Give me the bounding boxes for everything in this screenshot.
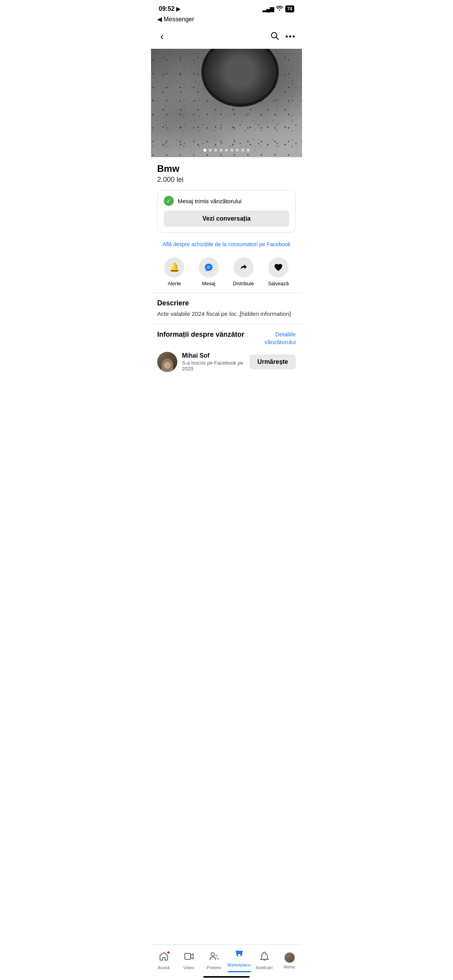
tire-visual — [201, 49, 279, 107]
wifi-icon — [276, 5, 283, 12]
product-info: Bmw 2.000 lei — [151, 157, 302, 188]
nav-bar: ‹ ••• — [151, 26, 302, 49]
seller-row: Mihai Sof S-a înscris pe Facebook pe 202… — [157, 352, 296, 372]
image-dots — [151, 145, 302, 154]
alerte-label: Alerte — [168, 281, 181, 286]
nav-icons: ••• — [270, 31, 296, 43]
salveaza-icon-circle — [268, 257, 288, 278]
distribuie-icon-circle — [233, 257, 254, 278]
seller-info-text: Mihai Sof S-a înscris pe Facebook pe 202… — [182, 352, 250, 372]
seller-left: Mihai Sof S-a înscris pe Facebook pe 202… — [157, 352, 250, 372]
message-card: ✓ Mesaj trimis vânzătorului Vezi convers… — [157, 190, 296, 233]
action-buttons-row: 🔔 Alerte Mesaj Distribuie Salvează — [151, 251, 302, 293]
status-icons: ▂▄▆ 74 — [263, 5, 294, 12]
dot-6[interactable] — [230, 149, 233, 152]
mesaj-button[interactable]: Mesaj — [199, 257, 219, 286]
product-title: Bmw — [157, 163, 296, 174]
status-bar: 09:52 ▶ ▂▄▆ 74 — [151, 0, 302, 15]
seller-avatar — [157, 352, 177, 372]
messenger-back-nav[interactable]: ◀ Messenger — [151, 15, 302, 26]
seller-name: Mihai Sof — [182, 352, 250, 359]
back-button[interactable]: ‹ — [157, 29, 167, 44]
messenger-back-label[interactable]: ◀ Messenger — [157, 15, 194, 23]
dot-2[interactable] — [209, 149, 212, 152]
dot-3[interactable] — [214, 149, 217, 152]
seller-join-date: S-a înscris pe Facebook pe 2020 — [182, 360, 250, 372]
message-sent-text: Mesaj trimis vânzătorului — [178, 198, 242, 204]
mesaj-icon-circle — [199, 257, 219, 278]
dot-9[interactable] — [247, 149, 250, 152]
check-icon: ✓ — [164, 196, 174, 206]
product-price: 2.000 lei — [157, 176, 296, 184]
description-title: Descriere — [157, 299, 296, 307]
salveaza-button[interactable]: Salvează — [268, 257, 288, 286]
seller-section: Informații despre vânzător Detaliile vân… — [151, 324, 302, 378]
dot-5[interactable] — [225, 149, 228, 152]
message-sent-row: ✓ Mesaj trimis vânzătorului — [164, 196, 289, 206]
status-time: 09:52 ▶ — [159, 5, 180, 12]
search-button[interactable] — [270, 31, 279, 43]
seller-header: Informații despre vânzător Detaliile vân… — [157, 331, 296, 346]
salveaza-label: Salvează — [268, 281, 288, 286]
dot-7[interactable] — [236, 149, 239, 152]
svg-line-1 — [276, 37, 278, 39]
signal-icon: ▂▄▆ — [263, 6, 274, 12]
dot-8[interactable] — [241, 149, 244, 152]
battery-icon: 74 — [285, 5, 294, 12]
description-section: Descriere Acte valabile 2024 fiscal pe l… — [151, 293, 302, 324]
mesaj-label: Mesaj — [202, 281, 216, 286]
view-conversation-button[interactable]: Vezi conversația — [164, 211, 289, 227]
follow-button[interactable]: Urmărește — [250, 355, 296, 369]
alerte-button[interactable]: 🔔 Alerte — [164, 257, 184, 286]
distribuie-label: Distribuie — [233, 281, 254, 286]
seller-section-title: Informații despre vânzător — [157, 331, 244, 339]
seller-details-link[interactable]: Detaliile vânzătorului — [264, 331, 296, 346]
location-icon: ▶ — [176, 6, 180, 12]
distribuie-button[interactable]: Distribuie — [233, 257, 254, 286]
description-text: Acte valabile 2024 fiscal pe loc ,[hidde… — [157, 310, 296, 318]
consumer-info-link[interactable]: Află despre achizițiile de la consumator… — [151, 237, 302, 251]
dot-4[interactable] — [220, 149, 223, 152]
product-image — [151, 49, 302, 157]
dot-1[interactable] — [203, 149, 206, 152]
alerte-icon-circle: 🔔 — [164, 257, 184, 278]
more-options-button[interactable]: ••• — [285, 32, 296, 41]
